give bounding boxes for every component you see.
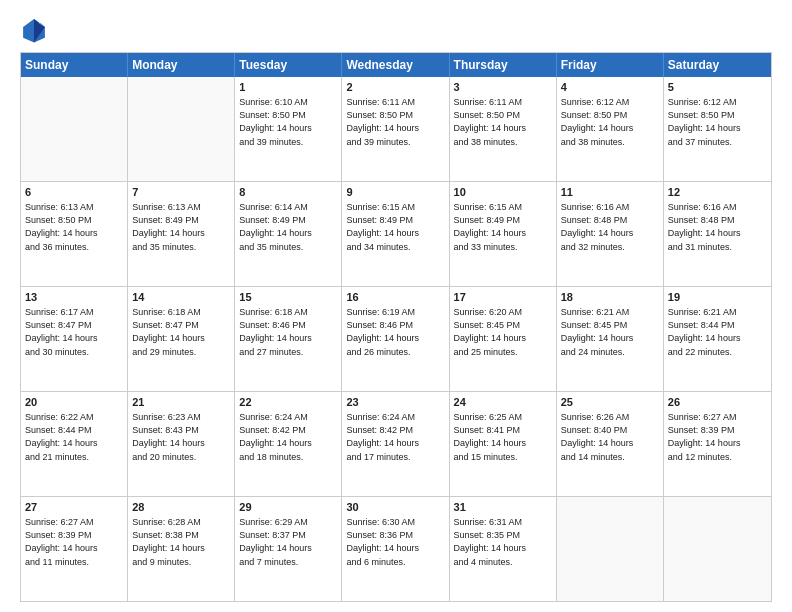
logo-icon — [20, 16, 48, 44]
calendar-header: SundayMondayTuesdayWednesdayThursdayFrid… — [21, 53, 771, 77]
day-number: 4 — [561, 80, 659, 95]
week-row-3: 13Sunrise: 6:17 AM Sunset: 8:47 PM Dayli… — [21, 286, 771, 391]
day-number: 19 — [668, 290, 767, 305]
header-day-thursday: Thursday — [450, 53, 557, 77]
week-row-2: 6Sunrise: 6:13 AM Sunset: 8:50 PM Daylig… — [21, 181, 771, 286]
day-cell-24: 24Sunrise: 6:25 AM Sunset: 8:41 PM Dayli… — [450, 392, 557, 496]
day-number: 28 — [132, 500, 230, 515]
day-cell-19: 19Sunrise: 6:21 AM Sunset: 8:44 PM Dayli… — [664, 287, 771, 391]
day-info: Sunrise: 6:22 AM Sunset: 8:44 PM Dayligh… — [25, 411, 123, 463]
day-info: Sunrise: 6:19 AM Sunset: 8:46 PM Dayligh… — [346, 306, 444, 358]
day-cell-13: 13Sunrise: 6:17 AM Sunset: 8:47 PM Dayli… — [21, 287, 128, 391]
day-info: Sunrise: 6:27 AM Sunset: 8:39 PM Dayligh… — [668, 411, 767, 463]
day-number: 31 — [454, 500, 552, 515]
day-cell-25: 25Sunrise: 6:26 AM Sunset: 8:40 PM Dayli… — [557, 392, 664, 496]
header-day-tuesday: Tuesday — [235, 53, 342, 77]
day-cell-8: 8Sunrise: 6:14 AM Sunset: 8:49 PM Daylig… — [235, 182, 342, 286]
day-number: 11 — [561, 185, 659, 200]
day-cell-4: 4Sunrise: 6:12 AM Sunset: 8:50 PM Daylig… — [557, 77, 664, 181]
day-info: Sunrise: 6:31 AM Sunset: 8:35 PM Dayligh… — [454, 516, 552, 568]
day-cell-29: 29Sunrise: 6:29 AM Sunset: 8:37 PM Dayli… — [235, 497, 342, 601]
day-info: Sunrise: 6:28 AM Sunset: 8:38 PM Dayligh… — [132, 516, 230, 568]
day-cell-3: 3Sunrise: 6:11 AM Sunset: 8:50 PM Daylig… — [450, 77, 557, 181]
day-info: Sunrise: 6:17 AM Sunset: 8:47 PM Dayligh… — [25, 306, 123, 358]
week-row-5: 27Sunrise: 6:27 AM Sunset: 8:39 PM Dayli… — [21, 496, 771, 601]
empty-cell — [664, 497, 771, 601]
day-cell-2: 2Sunrise: 6:11 AM Sunset: 8:50 PM Daylig… — [342, 77, 449, 181]
calendar-body: 1Sunrise: 6:10 AM Sunset: 8:50 PM Daylig… — [21, 77, 771, 601]
day-info: Sunrise: 6:15 AM Sunset: 8:49 PM Dayligh… — [454, 201, 552, 253]
header-day-sunday: Sunday — [21, 53, 128, 77]
day-info: Sunrise: 6:10 AM Sunset: 8:50 PM Dayligh… — [239, 96, 337, 148]
day-info: Sunrise: 6:25 AM Sunset: 8:41 PM Dayligh… — [454, 411, 552, 463]
day-number: 20 — [25, 395, 123, 410]
header-day-saturday: Saturday — [664, 53, 771, 77]
day-cell-5: 5Sunrise: 6:12 AM Sunset: 8:50 PM Daylig… — [664, 77, 771, 181]
week-row-1: 1Sunrise: 6:10 AM Sunset: 8:50 PM Daylig… — [21, 77, 771, 181]
day-number: 16 — [346, 290, 444, 305]
day-number: 23 — [346, 395, 444, 410]
day-number: 7 — [132, 185, 230, 200]
day-info: Sunrise: 6:12 AM Sunset: 8:50 PM Dayligh… — [668, 96, 767, 148]
day-number: 15 — [239, 290, 337, 305]
day-number: 25 — [561, 395, 659, 410]
day-info: Sunrise: 6:29 AM Sunset: 8:37 PM Dayligh… — [239, 516, 337, 568]
day-info: Sunrise: 6:23 AM Sunset: 8:43 PM Dayligh… — [132, 411, 230, 463]
day-info: Sunrise: 6:20 AM Sunset: 8:45 PM Dayligh… — [454, 306, 552, 358]
day-info: Sunrise: 6:14 AM Sunset: 8:49 PM Dayligh… — [239, 201, 337, 253]
day-number: 10 — [454, 185, 552, 200]
day-number: 17 — [454, 290, 552, 305]
day-cell-10: 10Sunrise: 6:15 AM Sunset: 8:49 PM Dayli… — [450, 182, 557, 286]
day-info: Sunrise: 6:21 AM Sunset: 8:45 PM Dayligh… — [561, 306, 659, 358]
day-number: 5 — [668, 80, 767, 95]
day-info: Sunrise: 6:27 AM Sunset: 8:39 PM Dayligh… — [25, 516, 123, 568]
day-number: 18 — [561, 290, 659, 305]
day-info: Sunrise: 6:11 AM Sunset: 8:50 PM Dayligh… — [454, 96, 552, 148]
day-cell-7: 7Sunrise: 6:13 AM Sunset: 8:49 PM Daylig… — [128, 182, 235, 286]
empty-cell — [557, 497, 664, 601]
day-cell-16: 16Sunrise: 6:19 AM Sunset: 8:46 PM Dayli… — [342, 287, 449, 391]
day-number: 22 — [239, 395, 337, 410]
day-cell-23: 23Sunrise: 6:24 AM Sunset: 8:42 PM Dayli… — [342, 392, 449, 496]
day-number: 9 — [346, 185, 444, 200]
header — [20, 16, 772, 44]
day-cell-22: 22Sunrise: 6:24 AM Sunset: 8:42 PM Dayli… — [235, 392, 342, 496]
day-cell-31: 31Sunrise: 6:31 AM Sunset: 8:35 PM Dayli… — [450, 497, 557, 601]
day-number: 1 — [239, 80, 337, 95]
day-number: 24 — [454, 395, 552, 410]
day-number: 6 — [25, 185, 123, 200]
day-number: 30 — [346, 500, 444, 515]
logo — [20, 16, 52, 44]
day-number: 14 — [132, 290, 230, 305]
page: SundayMondayTuesdayWednesdayThursdayFrid… — [0, 0, 792, 612]
day-info: Sunrise: 6:26 AM Sunset: 8:40 PM Dayligh… — [561, 411, 659, 463]
day-number: 13 — [25, 290, 123, 305]
day-cell-18: 18Sunrise: 6:21 AM Sunset: 8:45 PM Dayli… — [557, 287, 664, 391]
day-number: 8 — [239, 185, 337, 200]
header-day-wednesday: Wednesday — [342, 53, 449, 77]
calendar: SundayMondayTuesdayWednesdayThursdayFrid… — [20, 52, 772, 602]
day-number: 27 — [25, 500, 123, 515]
day-cell-30: 30Sunrise: 6:30 AM Sunset: 8:36 PM Dayli… — [342, 497, 449, 601]
week-row-4: 20Sunrise: 6:22 AM Sunset: 8:44 PM Dayli… — [21, 391, 771, 496]
day-info: Sunrise: 6:24 AM Sunset: 8:42 PM Dayligh… — [239, 411, 337, 463]
day-cell-28: 28Sunrise: 6:28 AM Sunset: 8:38 PM Dayli… — [128, 497, 235, 601]
header-day-monday: Monday — [128, 53, 235, 77]
empty-cell — [128, 77, 235, 181]
day-info: Sunrise: 6:11 AM Sunset: 8:50 PM Dayligh… — [346, 96, 444, 148]
day-cell-1: 1Sunrise: 6:10 AM Sunset: 8:50 PM Daylig… — [235, 77, 342, 181]
day-info: Sunrise: 6:16 AM Sunset: 8:48 PM Dayligh… — [561, 201, 659, 253]
day-number: 21 — [132, 395, 230, 410]
day-cell-14: 14Sunrise: 6:18 AM Sunset: 8:47 PM Dayli… — [128, 287, 235, 391]
day-info: Sunrise: 6:13 AM Sunset: 8:49 PM Dayligh… — [132, 201, 230, 253]
day-info: Sunrise: 6:18 AM Sunset: 8:46 PM Dayligh… — [239, 306, 337, 358]
day-cell-17: 17Sunrise: 6:20 AM Sunset: 8:45 PM Dayli… — [450, 287, 557, 391]
day-number: 26 — [668, 395, 767, 410]
day-cell-27: 27Sunrise: 6:27 AM Sunset: 8:39 PM Dayli… — [21, 497, 128, 601]
day-cell-15: 15Sunrise: 6:18 AM Sunset: 8:46 PM Dayli… — [235, 287, 342, 391]
day-info: Sunrise: 6:18 AM Sunset: 8:47 PM Dayligh… — [132, 306, 230, 358]
day-cell-6: 6Sunrise: 6:13 AM Sunset: 8:50 PM Daylig… — [21, 182, 128, 286]
day-info: Sunrise: 6:24 AM Sunset: 8:42 PM Dayligh… — [346, 411, 444, 463]
day-info: Sunrise: 6:21 AM Sunset: 8:44 PM Dayligh… — [668, 306, 767, 358]
day-number: 2 — [346, 80, 444, 95]
